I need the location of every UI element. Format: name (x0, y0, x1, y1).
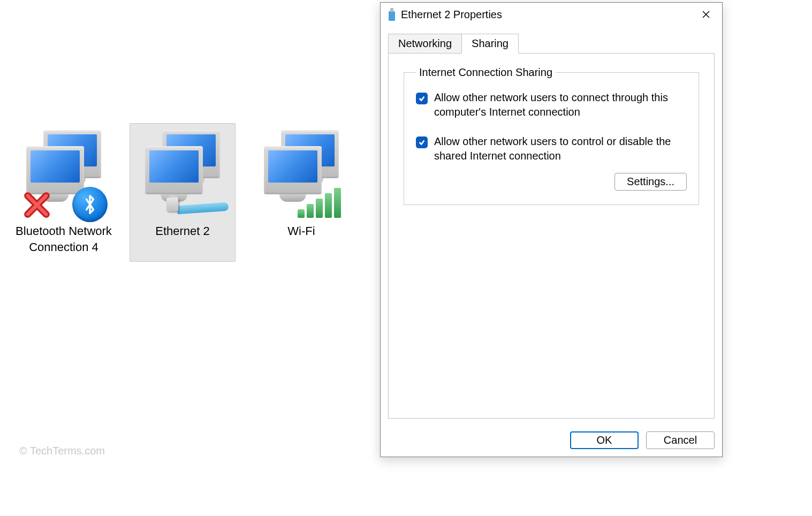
dialog-actions: OK Cancel (381, 426, 722, 457)
checkbox-label: Allow other network users to connect thr… (434, 90, 687, 119)
checkbox-row-allow-control[interactable]: Allow other network users to control or … (416, 134, 687, 163)
dialog-titlebar[interactable]: Ethernet 2 Properties (381, 3, 722, 26)
group-internet-connection-sharing: Internet Connection Sharing Allow other … (404, 66, 699, 205)
connection-label: Bluetooth Network Connection 4 (14, 223, 113, 255)
properties-dialog: Ethernet 2 Properties Networking Sharing… (380, 2, 723, 457)
dialog-title: Ethernet 2 Properties (401, 9, 694, 21)
monitor-icon (140, 130, 225, 221)
network-adapter-icon (387, 7, 397, 21)
connection-item-bluetooth[interactable]: Bluetooth Network Connection 4 (11, 123, 117, 262)
settings-button[interactable]: Settings... (614, 173, 687, 191)
tab-networking[interactable]: Networking (388, 34, 462, 54)
connection-item-wifi[interactable]: Wi-Fi (248, 123, 354, 262)
checkbox-allow-control[interactable] (416, 136, 428, 148)
checkbox-allow-connect[interactable] (416, 93, 428, 104)
tab-page-sharing: Internet Connection Sharing Allow other … (388, 53, 715, 419)
wifi-signal-icon (298, 188, 341, 218)
monitor-icon (21, 130, 107, 221)
checkbox-row-allow-connect[interactable]: Allow other network users to connect thr… (416, 90, 687, 119)
disconnected-x-icon (23, 191, 51, 219)
connection-label: Wi-Fi (252, 223, 351, 239)
monitor-icon (259, 130, 344, 221)
connection-label: Ethernet 2 (133, 223, 232, 239)
group-title: Internet Connection Sharing (416, 66, 556, 79)
svg-rect-1 (390, 8, 393, 12)
connection-item-ethernet2[interactable]: Ethernet 2 (130, 123, 236, 262)
watermark: © TechTerms.com (19, 445, 105, 457)
tabstrip: Networking Sharing (381, 26, 722, 54)
close-button[interactable] (694, 3, 718, 26)
tab-sharing[interactable]: Sharing (461, 34, 519, 54)
ok-button[interactable]: OK (570, 431, 639, 449)
cancel-button[interactable]: Cancel (646, 431, 715, 449)
bluetooth-icon (72, 187, 108, 222)
checkbox-label: Allow other network users to control or … (434, 134, 687, 163)
svg-rect-0 (389, 11, 395, 21)
network-connections-panel: Bluetooth Network Connection 4 Ethernet … (11, 123, 354, 262)
ethernet-cable-icon (166, 186, 229, 218)
